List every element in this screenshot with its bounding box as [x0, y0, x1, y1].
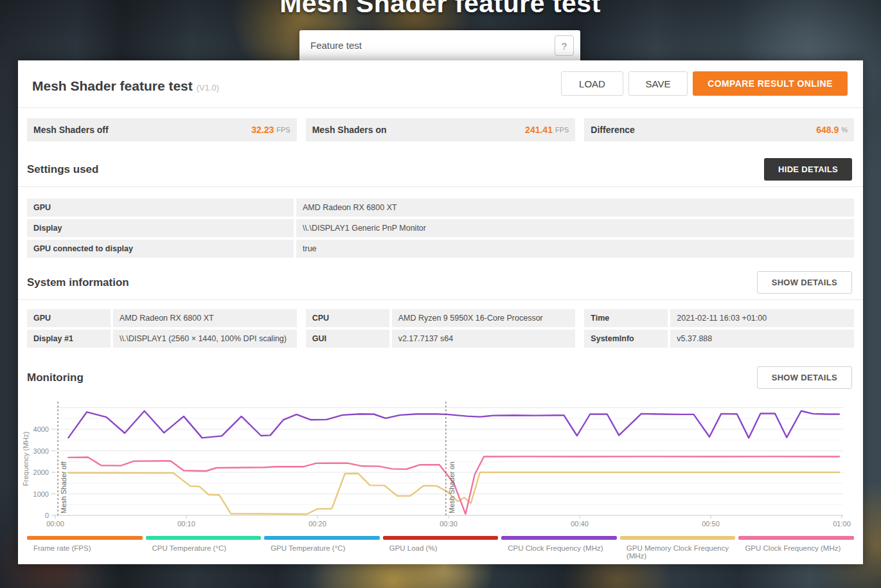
y-axis-label: Frequency (MHz)	[22, 432, 30, 486]
system-cell-value: v5.37.888	[670, 330, 854, 348]
hero-title: Mesh Shader feature test	[280, 0, 601, 19]
x-tick-label: 00:30	[440, 520, 458, 528]
legend-item[interactable]: GPU Memory Clock Frequency (MHz)	[620, 536, 736, 560]
monitoring-show-details-button[interactable]: SHOW DETAILS	[757, 366, 852, 389]
legend-swatch	[27, 536, 143, 540]
selector-label: Feature test	[310, 40, 580, 51]
y-tick-label: 1000	[33, 490, 49, 498]
monitoring-heading: Monitoring	[27, 371, 84, 384]
settings-row-label: Display	[27, 219, 294, 237]
system-cell: Time2021-02-11 16:03 +01:00	[584, 309, 854, 327]
result-box: Mesh Shaders on241.41FPS	[306, 118, 576, 141]
legend-label: GPU Memory Clock Frequency (MHz)	[620, 544, 736, 560]
screen: Mesh Shader feature test Feature test ? …	[0, 0, 881, 588]
system-cell: GUIv2.17.7137 s64	[306, 330, 576, 348]
legend-label: GPU Clock Frequency (MHz)	[738, 544, 854, 552]
result-value: 32.23	[251, 125, 274, 135]
legend-label: Frame rate (FPS)	[27, 544, 143, 552]
help-button[interactable]: ?	[555, 35, 574, 56]
system-cell: CPUAMD Ryzen 9 5950X 16-Core Processor	[306, 309, 576, 327]
settings-row: GPUAMD Radeon RX 6800 XT	[27, 199, 854, 217]
save-button[interactable]: SAVE	[628, 71, 688, 96]
legend-item[interactable]: CPU Clock Frequency (MHz)	[501, 536, 617, 560]
system-column: CPUAMD Ryzen 9 5950X 16-Core ProcessorGU…	[306, 309, 576, 350]
settings-row-value: true	[296, 240, 854, 258]
results-row: Mesh Shaders off32.23FPSMesh Shaders on2…	[27, 118, 854, 141]
legend-label: GPU Temperature (°C)	[264, 544, 380, 552]
legend-item[interactable]: CPU Temperature (°C)	[146, 536, 262, 560]
phase-marker-label: Mesh Shader on	[448, 461, 456, 513]
system-cell: SystemInfov5.37.888	[584, 330, 854, 348]
result-panel: Mesh Shader feature test (V1.0) LOAD SAV…	[18, 60, 863, 564]
legend-item[interactable]: GPU Temperature (°C)	[264, 536, 380, 560]
legend-item[interactable]: GPU Clock Frequency (MHz)	[738, 536, 854, 560]
page-title: Mesh Shader feature test	[32, 78, 193, 94]
legend-swatch	[264, 536, 380, 540]
monitoring-chart: 00:0000:1000:2000:3000:4000:5001:0001000…	[19, 397, 855, 533]
system-heading: System information	[27, 276, 129, 289]
y-tick-label: 0	[45, 512, 49, 519]
result-box: Difference648.9%	[584, 118, 854, 141]
series-line	[68, 411, 839, 438]
legend-label: CPU Temperature (°C)	[146, 544, 262, 552]
system-cell-label: GUI	[306, 330, 389, 348]
legend-label: GPU Load (%)	[383, 544, 499, 552]
system-column: GPUAMD Radeon RX 6800 XTDisplay #1\\.\DI…	[27, 309, 297, 350]
legend-item[interactable]: Frame rate (FPS)	[27, 536, 143, 560]
result-value: 648.9	[816, 125, 839, 135]
system-cell-value: 2021-02-11 16:03 +01:00	[670, 309, 854, 327]
legend-swatch	[383, 536, 499, 540]
system-cell-label: Time	[584, 309, 668, 327]
result-box: Mesh Shaders off32.23FPS	[27, 118, 297, 141]
load-button[interactable]: LOAD	[561, 71, 623, 96]
x-tick-label: 00:40	[571, 520, 589, 528]
legend-swatch	[738, 536, 854, 540]
x-tick-label: 01:00	[833, 520, 851, 528]
legend-swatch	[620, 536, 736, 540]
compare-result-online-button[interactable]: COMPARE RESULT ONLINE	[693, 71, 848, 96]
result-label: Difference	[591, 125, 816, 135]
system-table: GPUAMD Radeon RX 6800 XTDisplay #1\\.\DI…	[27, 309, 854, 350]
settings-row-value: \\.\DISPLAY1 Generic PnP Monitor	[296, 219, 854, 237]
settings-row: GPU connected to displaytrue	[27, 240, 854, 258]
settings-row-label: GPU connected to display	[27, 240, 294, 258]
system-cell-label: GPU	[27, 309, 111, 327]
system-cell: GPUAMD Radeon RX 6800 XT	[27, 309, 297, 327]
chart-legend: Frame rate (FPS)CPU Temperature (°C)GPU …	[27, 536, 854, 560]
system-cell-label: Display #1	[27, 330, 111, 348]
phase-marker-label: Mesh Shader off	[60, 461, 67, 513]
system-cell: Display #1\\.\DISPLAY1 (2560 × 1440, 100…	[27, 330, 297, 348]
settings-hide-details-button[interactable]: HIDE DETAILS	[764, 158, 852, 181]
result-label: Mesh Shaders off	[33, 125, 251, 135]
settings-row-label: GPU	[27, 199, 294, 217]
panel-header: Mesh Shader feature test (V1.0)	[32, 78, 219, 94]
system-cell-value: \\.\DISPLAY1 (2560 × 1440, 100% DPI scal…	[113, 330, 297, 348]
result-unit: FPS	[555, 126, 569, 134]
divider	[18, 107, 863, 108]
system-cell-label: CPU	[306, 309, 389, 327]
x-tick-label: 00:20	[308, 520, 326, 528]
feature-test-selector[interactable]: Feature test ?	[299, 30, 580, 60]
legend-label: CPU Clock Frequency (MHz)	[501, 544, 617, 552]
system-show-details-button[interactable]: SHOW DETAILS	[757, 271, 852, 294]
result-unit: FPS	[276, 126, 290, 134]
legend-swatch	[146, 536, 262, 540]
y-tick-label: 2000	[33, 468, 49, 476]
result-value: 241.41	[525, 125, 553, 135]
x-tick-label: 00:50	[702, 520, 720, 528]
x-tick-label: 00:00	[46, 520, 64, 528]
result-label: Mesh Shaders on	[312, 125, 525, 135]
system-column: Time2021-02-11 16:03 +01:00SystemInfov5.…	[584, 309, 854, 350]
settings-table: GPUAMD Radeon RX 6800 XTDisplay\\.\DISPL…	[27, 199, 854, 260]
divider	[18, 299, 863, 300]
settings-row: Display\\.\DISPLAY1 Generic PnP Monitor	[27, 219, 854, 237]
y-tick-label: 3000	[33, 447, 49, 455]
system-cell-value: AMD Ryzen 9 5950X 16-Core Processor	[392, 309, 576, 327]
system-cell-value: AMD Radeon RX 6800 XT	[113, 309, 297, 327]
legend-item[interactable]: GPU Load (%)	[383, 536, 499, 560]
system-cell-value: v2.17.7137 s64	[392, 330, 576, 348]
result-unit: %	[841, 126, 848, 134]
divider	[18, 186, 863, 187]
legend-swatch	[501, 536, 617, 540]
settings-row-value: AMD Radeon RX 6800 XT	[296, 199, 854, 217]
